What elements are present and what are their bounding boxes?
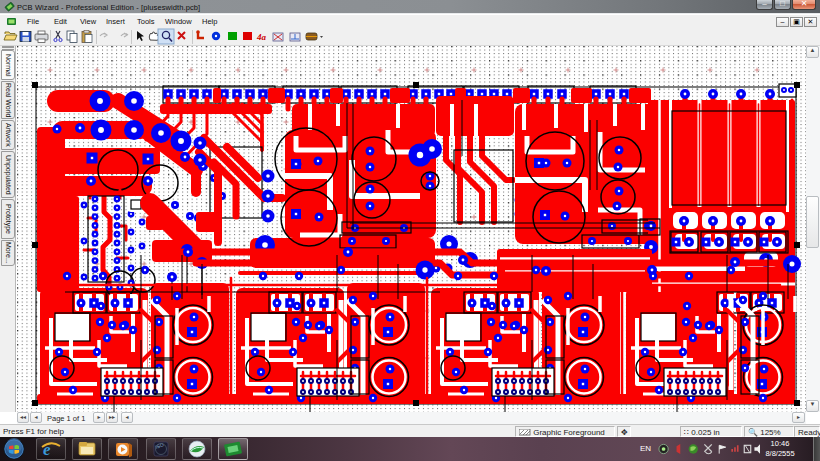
svg-text:4a: 4a	[256, 32, 267, 42]
